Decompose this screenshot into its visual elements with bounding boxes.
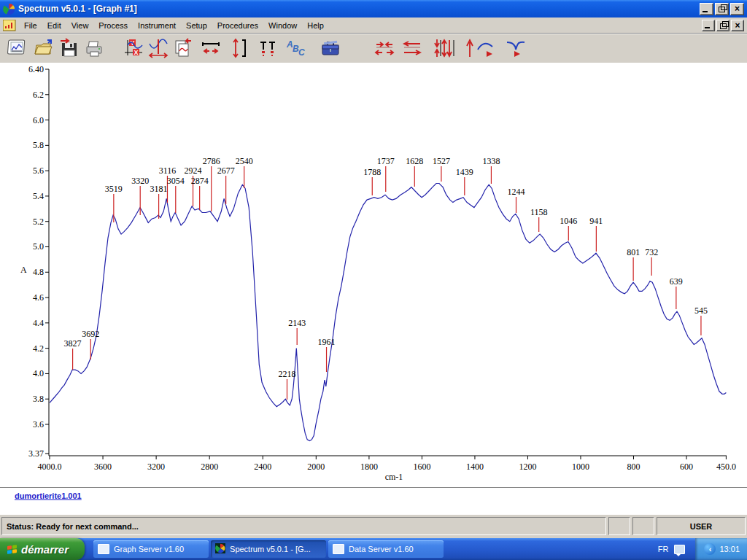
peak-label-1244: 1244 xyxy=(508,187,525,197)
menu-process[interactable]: Process xyxy=(93,19,133,32)
y-tick-label: 5.4 xyxy=(33,191,44,201)
peak-label-1788: 1788 xyxy=(363,167,381,177)
x-tick-label: 2400 xyxy=(254,462,271,472)
window-controls: × xyxy=(700,3,744,15)
close-button[interactable]: × xyxy=(730,3,744,15)
y-tick-label: 5.8 xyxy=(33,140,44,150)
new-display-icon[interactable] xyxy=(6,37,28,59)
x-tick-label: 3200 xyxy=(147,462,165,472)
language-options-icon[interactable] xyxy=(674,545,685,554)
print-icon[interactable] xyxy=(83,37,105,59)
peak-label-2677: 2677 xyxy=(217,166,235,176)
window-icon xyxy=(98,544,109,554)
peak-label-3181: 3181 xyxy=(150,184,168,194)
system-tray: FR ‹ 13:01 xyxy=(658,538,747,560)
child-minimize-button[interactable] xyxy=(702,20,715,31)
taskbar-task-2[interactable]: Data Server v1.60 xyxy=(328,540,444,558)
graph-document-icon[interactable] xyxy=(3,20,16,31)
windows-flag-icon xyxy=(7,545,17,554)
menu-instrument[interactable]: Instrument xyxy=(133,19,181,32)
child-restore-button[interactable] xyxy=(716,20,729,31)
status-panel-2 xyxy=(632,517,654,535)
save-icon[interactable] xyxy=(58,37,80,59)
peak-label-1158: 1158 xyxy=(530,207,548,217)
x-tick-label: 1200 xyxy=(519,462,536,472)
text-annotation-icon[interactable]: ABC xyxy=(285,37,306,59)
y-tick-label: 4.6 xyxy=(33,292,44,303)
y-tick-label: 5.2 xyxy=(33,217,44,227)
compare-graphs-icon[interactable] xyxy=(172,37,194,59)
peak-label-1439: 1439 xyxy=(456,167,473,177)
minimize-button[interactable] xyxy=(700,3,713,15)
peak-label-1737: 1737 xyxy=(377,156,395,166)
menu-help[interactable]: Help xyxy=(302,19,329,32)
expand-y-icon[interactable] xyxy=(229,37,251,59)
peak-label-3320: 3320 xyxy=(131,176,149,186)
peak-label-2874: 2874 xyxy=(191,176,209,186)
flatten-baseline-icon[interactable] xyxy=(476,37,498,59)
y-tick-label: 4.0 xyxy=(33,368,44,378)
x-tick-label: 800 xyxy=(627,462,640,472)
y-tick-label: 3.6 xyxy=(33,419,44,429)
taskbar-task-0[interactable]: Graph Server v1.60 xyxy=(93,540,209,558)
spectrum-pinwheel-icon xyxy=(215,543,225,555)
menu-window[interactable]: Window xyxy=(263,19,302,32)
compress-x-icon[interactable] xyxy=(374,37,395,59)
autoscale-curve-icon[interactable] xyxy=(147,37,169,59)
spectrum-chart[interactable]: 6.406.26.05.85.65.45.25.04.84.64.44.24.0… xyxy=(0,63,747,487)
open-folder-icon[interactable] xyxy=(32,37,54,59)
tray-hide-icon[interactable]: ‹ xyxy=(704,543,716,555)
peak-label-1338: 1338 xyxy=(482,156,500,166)
start-button[interactable]: démarrer xyxy=(0,538,85,560)
peak-label-1046: 1046 xyxy=(560,216,577,226)
svg-text:X: X xyxy=(133,49,138,56)
full-x-icon[interactable] xyxy=(401,37,423,59)
x-tick-label: 1000 xyxy=(572,462,589,472)
y-tick-label: 3.37 xyxy=(28,448,44,459)
peak-label-2786: 2786 xyxy=(203,156,220,166)
peak-label-3692: 3692 xyxy=(82,329,99,339)
x-axis-title: cm-1 xyxy=(385,472,403,482)
y-tick-label: 5.0 xyxy=(33,241,44,252)
task-label: Data Server v1.60 xyxy=(349,545,414,553)
spectrum-app-icon xyxy=(3,3,15,15)
peak-label-2540: 2540 xyxy=(236,156,253,166)
language-indicator[interactable]: FR xyxy=(658,545,669,553)
y-tick-label: 6.40 xyxy=(28,64,44,74)
label-peaks-icon[interactable] xyxy=(257,37,279,59)
menu-edit[interactable]: Edit xyxy=(42,19,66,32)
full-y-icon[interactable] xyxy=(438,37,460,59)
peak-label-3116: 3116 xyxy=(159,166,177,176)
user-label: USER xyxy=(690,522,713,531)
x-tick-label: 1800 xyxy=(360,462,378,472)
expand-x-icon[interactable] xyxy=(200,37,222,59)
x-tick-label: 1600 xyxy=(413,462,430,472)
axes-range-icon[interactable]: YX xyxy=(123,37,144,59)
spectrum-file-link[interactable]: dumortierite1.001 xyxy=(15,491,82,500)
taskbar-task-1[interactable]: Spectrum v5.0.1 - [G... xyxy=(211,540,326,558)
svg-text:C: C xyxy=(298,47,305,58)
title-bar: Spectrum v5.0.1 - [Graph #1] × xyxy=(0,0,747,18)
window-title: Spectrum v5.0.1 - [Graph #1] xyxy=(18,4,700,14)
task-label: Graph Server v1.60 xyxy=(114,545,184,553)
peak-label-1527: 1527 xyxy=(433,156,450,166)
x-tick-label: 2800 xyxy=(201,462,218,472)
peak-label-941: 941 xyxy=(589,216,603,226)
y-tick-label: 4.2 xyxy=(33,343,44,354)
file-list-panel: dumortierite1.001 xyxy=(0,487,747,515)
peak-label-3827: 3827 xyxy=(64,338,82,349)
peak-process-icon[interactable] xyxy=(505,37,527,59)
menu-file[interactable]: File xyxy=(19,19,42,32)
tray-clock-area: ‹ 13:01 xyxy=(695,538,747,560)
window-icon xyxy=(333,544,344,554)
chart-area: 6.406.26.05.85.65.45.25.04.84.64.44.24.0… xyxy=(0,63,747,487)
menu-procedures[interactable]: Procedures xyxy=(212,19,263,32)
menu-view[interactable]: View xyxy=(66,19,94,32)
toolbox-icon[interactable] xyxy=(320,37,341,59)
restore-button[interactable] xyxy=(715,3,729,15)
y-tick-label: 4.8 xyxy=(33,267,44,277)
child-close-button[interactable]: × xyxy=(731,20,744,31)
x-tick-label: 4000.0 xyxy=(38,462,62,472)
status-panel-1 xyxy=(608,517,630,535)
menu-setup[interactable]: Setup xyxy=(181,19,212,32)
